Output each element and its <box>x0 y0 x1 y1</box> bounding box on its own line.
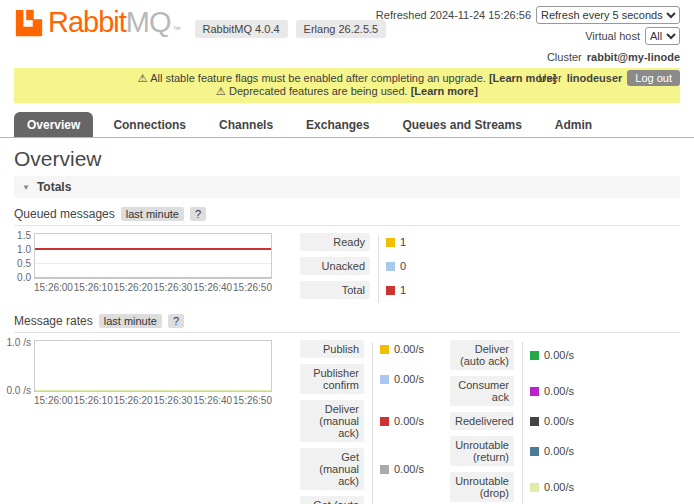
deliver-auto-color-chip <box>530 351 539 360</box>
collapse-triangle-icon: ▼ <box>22 183 30 192</box>
virtual-host-select[interactable]: All <box>645 27 680 45</box>
queued-ytick: 1.0 <box>17 244 31 255</box>
tab-overview[interactable]: Overview <box>14 112 93 137</box>
rates-legend-left: Publish 0.00/s Publisher confirm 0.00/s … <box>300 340 424 504</box>
queued-ytick: 0.0 <box>17 272 31 283</box>
tab-channels[interactable]: Channels <box>206 112 286 137</box>
refreshed-timestamp: Refreshed 2024-11-24 15:26:56 <box>376 9 531 21</box>
rates-xtick: 15:26:10 <box>74 395 113 406</box>
logout-button[interactable]: Log out <box>627 70 680 86</box>
legend-row-deliver-manual: Deliver (manual ack) 0.00/s <box>300 400 424 442</box>
rates-help-icon[interactable]: ? <box>168 314 184 328</box>
queued-help-icon[interactable]: ? <box>190 207 206 221</box>
page-title: Overview <box>14 147 680 171</box>
message-rates-title: Message rates <box>14 314 93 328</box>
legend-row-publish: Publish 0.00/s <box>300 340 424 358</box>
rabbitmq-logo[interactable]: RabbitMQ™ <box>14 6 181 39</box>
legend-label: Unacked <box>300 257 370 275</box>
erlang-version-badge: Erlang 26.2.5.5 <box>296 20 387 38</box>
logo-text-rabbit: Rabbit <box>48 6 126 39</box>
legend-row-consumer-ack: Consumer ack 0.00/s <box>450 376 574 406</box>
queued-unacked-line <box>35 277 271 278</box>
queued-ytick: 0.5 <box>17 258 31 269</box>
legend-label: Get (auto ack) <box>300 496 364 504</box>
legend-label: Deliver (manual ack) <box>300 400 364 442</box>
tab-queues-and-streams[interactable]: Queues and Streams <box>389 112 534 137</box>
legend-row-unacked: Unacked 0 <box>300 257 406 275</box>
legend-label: Ready <box>300 233 370 251</box>
legend-value: 0.00/s <box>544 349 574 361</box>
legend-label: Unroutable (drop) <box>450 472 514 502</box>
totals-section-label: Totals <box>37 180 71 194</box>
legend-row-ready: Ready 1 <box>300 233 406 251</box>
legend-label: Publish <box>300 340 364 358</box>
legend-value: 0.00/s <box>544 481 574 493</box>
tab-connections[interactable]: Connections <box>100 112 199 137</box>
legend-row-unroutable-return: Unroutable (return) 0.00/s <box>450 436 574 466</box>
legend-row-unroutable-drop: Unroutable (drop) 0.00/s <box>450 472 574 502</box>
legend-label: Redelivered <box>450 412 514 430</box>
unroutable-return-color-chip <box>530 447 539 456</box>
tab-admin[interactable]: Admin <box>542 112 605 137</box>
totals-section-toggle[interactable]: ▼ Totals <box>14 176 680 198</box>
legend-label: Get (manual ack) <box>300 448 364 490</box>
legend-value: 1 <box>400 284 406 296</box>
legend-value: 0.00/s <box>544 445 574 457</box>
header-controls: Refreshed 2024-11-24 15:26:56 Refresh ev… <box>376 6 680 90</box>
rates-legend-right: Deliver (auto ack) 0.00/s Consumer ack 0… <box>450 340 574 504</box>
main-nav-tabs: Overview Connections Channels Exchanges … <box>0 112 694 138</box>
unroutable-drop-color-chip <box>530 483 539 492</box>
queued-messages-legend: Ready 1 Unacked 0 Total 1 <box>300 233 406 305</box>
cluster-label: Cluster <box>547 51 582 63</box>
legend-value: 0.00/s <box>544 415 574 427</box>
legend-label: Deliver (auto ack) <box>450 340 514 370</box>
legend-value: 0.00/s <box>394 415 424 427</box>
legend-value: 0.00/s <box>394 343 424 355</box>
queued-xtick: 15:26:50 <box>233 282 272 293</box>
rates-x-axis: 15:26:00 15:26:10 15:26:20 15:26:30 15:2… <box>34 395 272 406</box>
queued-xtick: 15:26:40 <box>193 282 232 293</box>
redelivered-color-chip <box>530 417 539 426</box>
rates-range-badge[interactable]: last minute <box>99 314 162 328</box>
legend-value: 0.00/s <box>394 463 424 475</box>
tab-exchanges[interactable]: Exchanges <box>293 112 382 137</box>
queued-total-line <box>35 248 271 250</box>
consumer-ack-color-chip <box>530 387 539 396</box>
legend-value: 0.00/s <box>544 385 574 397</box>
rates-ytick: 0.0 /s <box>7 385 31 396</box>
rates-xtick: 15:26:00 <box>34 395 73 406</box>
rates-xtick: 15:26:40 <box>193 395 232 406</box>
legend-value: 0 <box>400 260 406 272</box>
logo-trademark: ™ <box>173 25 181 34</box>
legend-row-redelivered: Redelivered 0.00/s <box>450 412 574 430</box>
queued-x-axis: 15:26:00 15:26:10 15:26:20 15:26:30 15:2… <box>34 282 272 293</box>
queued-messages-chart: 1.5 1.0 0.5 0.0 <box>34 233 272 279</box>
queued-xtick: 15:26:20 <box>114 282 153 293</box>
rates-zero-line <box>35 390 271 391</box>
get-manual-color-chip <box>380 465 389 474</box>
publish-color-chip <box>380 345 389 354</box>
queued-xtick: 15:26:00 <box>34 282 73 293</box>
refresh-interval-select[interactable]: Refresh every 5 seconds <box>536 6 680 24</box>
rabbitmq-version-badge: RabbitMQ 4.0.4 <box>195 20 288 38</box>
publisher-confirm-color-chip <box>380 375 389 384</box>
legend-label: Consumer ack <box>450 376 514 406</box>
rates-xtick: 15:26:50 <box>233 395 272 406</box>
queued-ytick: 1.5 <box>17 230 31 241</box>
queued-xtick: 15:26:10 <box>74 282 113 293</box>
deliver-manual-color-chip <box>380 417 389 426</box>
queued-range-badge[interactable]: last minute <box>121 207 184 221</box>
ready-color-chip <box>386 238 395 247</box>
total-color-chip <box>386 286 395 295</box>
queued-xtick: 15:26:30 <box>153 282 192 293</box>
message-rates-chart: 1.0 /s 0.0 /s <box>34 340 272 392</box>
logo-text-mq: MQ <box>126 6 171 39</box>
legend-row-total: Total 1 <box>300 281 406 299</box>
legend-label: Publisher confirm <box>300 364 364 394</box>
message-rates-row: 1.0 /s 0.0 /s 15:26:00 15:26:10 15:26:20… <box>14 340 680 504</box>
cluster-name: rabbit@my-linode <box>587 51 680 63</box>
legend-row-publisher-confirm: Publisher confirm 0.00/s <box>300 364 424 394</box>
rates-xtick: 15:26:30 <box>153 395 192 406</box>
header: RabbitMQ™ RabbitMQ 4.0.4 Erlang 26.2.5.5… <box>0 0 694 66</box>
rabbitmq-logo-icon <box>14 8 44 38</box>
